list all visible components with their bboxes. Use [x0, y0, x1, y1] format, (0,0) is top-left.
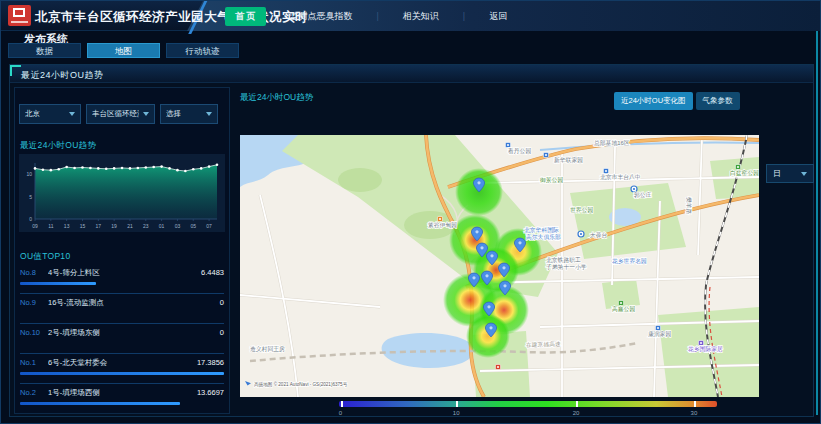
- svg-text:北京铁路职工: 北京铁路职工: [546, 256, 581, 264]
- svg-text:高尔夫俱乐部: 高尔夫俱乐部: [526, 233, 561, 241]
- trend-chart-svg: 0510091113151719212301030507: [19, 154, 225, 232]
- nav-separator: |: [463, 11, 465, 21]
- scale-tick: [694, 401, 696, 407]
- rank-label: No.1: [20, 358, 48, 367]
- nav-item-3[interactable]: 返回: [479, 7, 517, 26]
- map[interactable]: 总部基地16区看丹公园新华联家园御景公园北京市丰台八中郭公庄世界公园白盆窑公园樊…: [240, 135, 759, 397]
- svg-text:看丹公园: 看丹公园: [507, 147, 531, 155]
- svg-text:高德地图 © 2021 AutoNavi - GS(2021: 高德地图 © 2021 AutoNavi - GS(2021)6375号: [254, 381, 348, 388]
- site-name: 4号-筛分上料区: [48, 268, 201, 278]
- trend-chart-title: 最近24小时OU趋势: [20, 140, 96, 152]
- svg-text:郭公庄: 郭公庄: [634, 191, 652, 199]
- city-select[interactable]: 北京: [19, 104, 81, 124]
- svg-text:樊羊路: 樊羊路: [685, 197, 692, 215]
- svg-text:花乡世界名园: 花乡世界名园: [612, 258, 647, 265]
- nav-item-2[interactable]: 相关知识: [393, 7, 449, 26]
- svg-text:子弟第十一小学: 子弟第十一小学: [546, 263, 587, 270]
- rank-label: No.10: [20, 328, 48, 337]
- scale-tick-label: 20: [573, 410, 580, 416]
- panel-header: 最近24小时OU趋势: [10, 65, 813, 83]
- heat-scale-bar: 0102030: [339, 401, 717, 407]
- list-item: No.916号-流动监测点0: [20, 294, 224, 324]
- svg-text:大葆台: 大葆台: [590, 232, 608, 239]
- scale-tick: [456, 401, 458, 407]
- trend-chart: 0510091113151719212301030507: [19, 154, 225, 232]
- period-select[interactable]: 日: [766, 164, 814, 183]
- app-logo: [8, 5, 31, 26]
- filter-row: 北京 丰台区循环经济产 选择: [19, 104, 218, 124]
- chevron-down-icon: [206, 112, 212, 116]
- scale-tick-label: 30: [691, 410, 698, 416]
- svg-text:5: 5: [29, 194, 32, 200]
- svg-text:北京市丰台八中: 北京市丰台八中: [600, 174, 641, 181]
- svg-text:白盆窑公园: 白盆窑公园: [730, 169, 759, 177]
- map-container[interactable]: 总部基地16区看丹公园新华联家园御景公园北京市丰台八中郭公庄世界公园白盆窑公园樊…: [240, 135, 759, 397]
- svg-text:15: 15: [80, 223, 86, 229]
- svg-text:11: 11: [48, 223, 53, 229]
- publish-tab-1[interactable]: 地图: [87, 43, 160, 58]
- chevron-down-icon: [801, 172, 807, 176]
- list-item: No.21号-填埋场西侧13.6697: [20, 384, 224, 414]
- progress-bar: [20, 282, 96, 285]
- svg-text:高鑫公园: 高鑫公园: [612, 306, 635, 313]
- left-column: 北京 丰台区循环经济产 选择 最近24小时OU趋势 05100911131517…: [14, 87, 230, 414]
- svg-text:世界公园: 世界公园: [570, 207, 593, 214]
- svg-text:造义村回王房: 造义村回王房: [250, 345, 285, 353]
- scale-tick-label: 10: [453, 410, 460, 416]
- district-select[interactable]: 丰台区循环经济产: [86, 104, 155, 124]
- ou-value: 13.6697: [197, 388, 224, 397]
- map-button-1[interactable]: 气象参数: [696, 92, 740, 110]
- ou-value: 17.3856: [197, 358, 224, 367]
- ou-top-list: No.84号-筛分上料区6.4483No.916号-流动监测点0No.102号-…: [20, 264, 224, 414]
- nav-separator: |: [377, 11, 379, 21]
- svg-text:御景公园: 御景公园: [539, 177, 563, 184]
- site-name: 16号-流动监测点: [48, 298, 220, 308]
- list-item: No.16号-北天堂村委会17.3856: [20, 354, 224, 384]
- dashboard: 北京市丰台区循环经济产业园大气恶臭状况实时 首 页监测点恶臭指数|相关知识|返回…: [0, 0, 821, 424]
- nav-item-0[interactable]: 首 页: [225, 7, 266, 26]
- svg-text:23: 23: [143, 223, 149, 229]
- svg-text:康润家园: 康润家园: [648, 331, 671, 338]
- chevron-down-icon: [143, 112, 149, 116]
- publish-tabs: 数据地图行动轨迹: [8, 43, 239, 58]
- ou-value: 0: [220, 328, 224, 337]
- site-name: 6号-北天堂村委会: [48, 358, 197, 368]
- svg-text:17: 17: [96, 223, 102, 229]
- main-nav: 首 页监测点恶臭指数|相关知识|返回: [225, 1, 517, 31]
- main-panel: 最近24小时OU趋势 北京 丰台区循环经济产 选择 最近24小时OU趋势 051…: [9, 64, 814, 417]
- list-item: No.84号-筛分上料区6.4483: [20, 264, 224, 294]
- site-select[interactable]: 选择: [160, 104, 218, 124]
- svg-text:07: 07: [206, 223, 212, 229]
- svg-text:紫谷伊甸园: 紫谷伊甸园: [428, 222, 457, 229]
- scale-tick: [341, 401, 343, 407]
- map-copyright: 高德地图 © 2021 AutoNavi - GS(2021)6375号: [245, 381, 348, 388]
- rank-label: No.2: [20, 388, 48, 397]
- site-name: 1号-填埋场西侧: [48, 388, 197, 398]
- scale-tick-label: 0: [339, 410, 342, 416]
- ou-value: 6.4483: [201, 268, 224, 277]
- ou-value: 0: [220, 298, 224, 307]
- svg-text:09: 09: [32, 223, 38, 229]
- svg-text:新华联家园: 新华联家园: [554, 157, 583, 164]
- svg-text:0: 0: [29, 216, 32, 222]
- svg-text:10: 10: [26, 171, 32, 177]
- panel-title: 最近24小时OU趋势: [21, 69, 104, 82]
- svg-text:21: 21: [127, 223, 133, 229]
- map-button-0[interactable]: 近24小时OU变化图: [614, 92, 693, 110]
- rank-label: No.8: [20, 268, 48, 277]
- progress-bar: [20, 402, 180, 405]
- svg-text:13: 13: [64, 223, 70, 229]
- svg-text:01: 01: [159, 223, 165, 229]
- svg-text:总部基地16区: 总部基地16区: [593, 139, 630, 147]
- publish-tab-0[interactable]: 数据: [8, 43, 81, 58]
- map-buttons: 近24小时OU变化图气象参数: [614, 92, 740, 110]
- list-item: No.102号-填埋场东侧0: [20, 324, 224, 354]
- publish-tab-2[interactable]: 行动轨迹: [166, 43, 239, 58]
- nav-item-1[interactable]: 监测点恶臭指数: [280, 7, 363, 26]
- svg-text:03: 03: [175, 223, 181, 229]
- rank-label: No.9: [20, 298, 48, 307]
- chevron-down-icon: [69, 112, 75, 116]
- svg-text:花乡国际家居: 花乡国际家居: [688, 345, 723, 353]
- scale-tick: [576, 401, 578, 407]
- scrollbar[interactable]: [816, 9, 818, 415]
